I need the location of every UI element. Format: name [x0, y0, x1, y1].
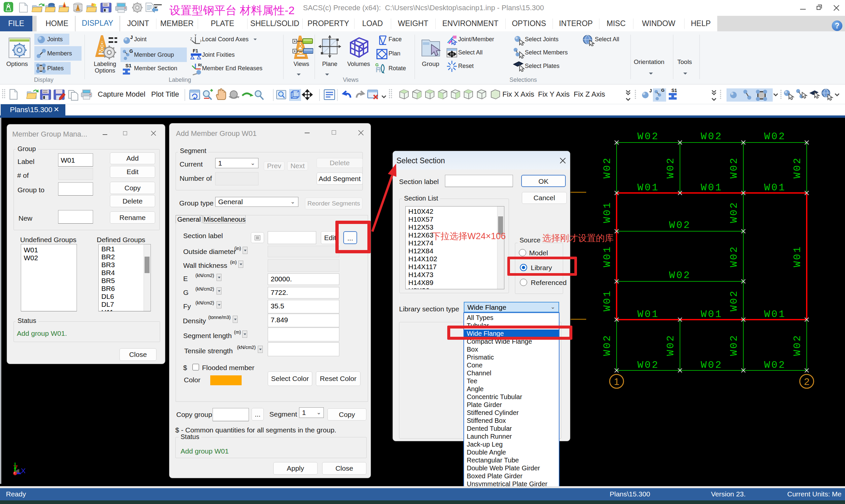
- svg-text:S1: S1: [125, 63, 131, 68]
- svg-text:W02: W02: [602, 157, 613, 178]
- svg-text:Y: Y: [194, 34, 197, 37]
- svg-text:G: G: [661, 88, 665, 93]
- svg-text:W01: W01: [602, 290, 613, 311]
- svg-text:W01: W01: [602, 246, 613, 267]
- svg-text:W01: W01: [637, 309, 659, 320]
- svg-text:W02: W02: [701, 360, 723, 371]
- svg-text:W02: W02: [637, 360, 659, 371]
- svg-text:W02: W02: [665, 157, 676, 178]
- svg-text:W02: W02: [764, 360, 786, 371]
- svg-text:W01: W01: [602, 201, 613, 223]
- svg-text:F1: F1: [193, 48, 198, 53]
- svg-text:W02: W02: [602, 334, 613, 356]
- svg-text:W02: W02: [728, 334, 740, 356]
- svg-text:W02: W02: [792, 157, 803, 178]
- svg-text:W01: W01: [792, 246, 803, 267]
- svg-text:W01: W01: [764, 309, 786, 320]
- svg-text:1: 1: [614, 376, 619, 387]
- svg-text:G: G: [129, 49, 133, 54]
- svg-text:X: X: [200, 39, 201, 43]
- svg-text:W02: W02: [792, 334, 803, 356]
- svg-text:W02: W02: [637, 131, 659, 142]
- svg-text:Z: Z: [190, 37, 192, 41]
- svg-text:W02: W02: [728, 201, 740, 223]
- svg-text:W01: W01: [701, 309, 723, 320]
- svg-text:S1: S1: [671, 88, 677, 93]
- svg-text:W01: W01: [764, 182, 786, 193]
- svg-text:W02: W02: [669, 220, 691, 231]
- svg-text:W02: W02: [728, 157, 740, 178]
- svg-text:W02: W02: [728, 290, 740, 311]
- svg-text:W01: W01: [637, 182, 659, 193]
- svg-text:Rl: Rl: [198, 63, 202, 67]
- svg-text:W02: W02: [665, 334, 676, 356]
- svg-text:W02: W02: [764, 131, 786, 142]
- svg-text:W02: W02: [728, 246, 740, 267]
- svg-text:J: J: [130, 35, 133, 40]
- svg-text:W01: W01: [701, 182, 723, 193]
- svg-text:W02: W02: [701, 131, 723, 142]
- svg-text:2: 2: [804, 376, 810, 387]
- svg-text:J: J: [649, 88, 652, 93]
- svg-text:W02: W02: [669, 270, 691, 281]
- svg-text:G: G: [375, 62, 379, 67]
